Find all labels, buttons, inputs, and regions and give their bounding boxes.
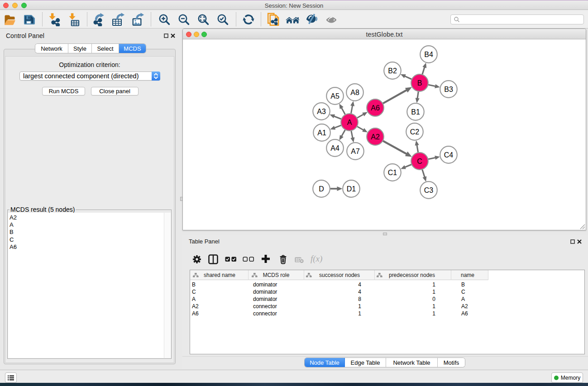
svg-text:A7: A7: [351, 148, 360, 155]
svg-text:D: D: [319, 185, 324, 193]
svg-text:C: C: [417, 157, 422, 165]
svg-text:A2: A2: [371, 133, 380, 141]
svg-text:A: A: [347, 119, 352, 126]
svg-text:B2: B2: [388, 67, 397, 75]
svg-text:D1: D1: [347, 185, 356, 193]
svg-text:B4: B4: [424, 51, 433, 58]
svg-text:A4: A4: [330, 144, 339, 152]
svg-text:A1: A1: [317, 129, 326, 137]
svg-text:B: B: [417, 79, 422, 87]
svg-text:C4: C4: [444, 151, 454, 159]
svg-text:A6: A6: [371, 104, 380, 112]
svg-text:A3: A3: [317, 108, 326, 115]
svg-text:C1: C1: [388, 169, 397, 176]
svg-text:C2: C2: [410, 128, 420, 136]
svg-text:A8: A8: [350, 89, 359, 96]
svg-text:B3: B3: [444, 86, 453, 93]
svg-text:C3: C3: [424, 186, 434, 194]
svg-text:B1: B1: [411, 108, 420, 116]
svg-text:A5: A5: [330, 92, 339, 100]
